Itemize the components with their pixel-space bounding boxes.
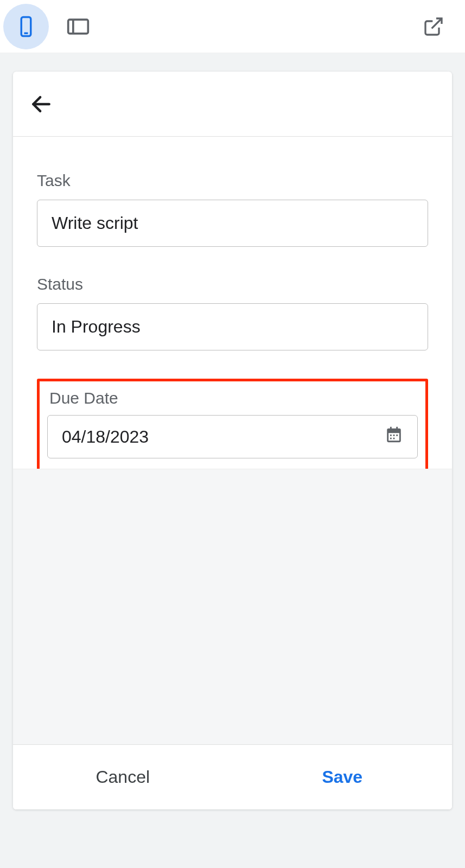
field-task: Task <box>37 171 428 247</box>
back-button[interactable] <box>28 91 54 117</box>
mobile-view-button[interactable] <box>3 4 49 49</box>
preview-toolbar <box>0 0 465 53</box>
button-bar: Cancel Save <box>13 744 452 809</box>
device-frame: Task Status Due Date <box>13 72 452 809</box>
status-input[interactable] <box>52 317 413 337</box>
form-body: Task Status Due Date <box>13 137 452 469</box>
tablet-icon <box>66 15 90 39</box>
due-date-label: Due Date <box>49 389 418 407</box>
field-status: Status <box>37 275 428 350</box>
due-date-input[interactable] <box>62 427 378 447</box>
form-filler <box>13 469 452 745</box>
cancel-button[interactable]: Cancel <box>13 745 233 809</box>
task-label: Task <box>37 171 428 190</box>
due-date-highlight: Due Date <box>37 379 428 469</box>
task-input-wrapper[interactable] <box>37 200 428 247</box>
open-in-new-button[interactable] <box>418 11 449 42</box>
form-container: Task Status Due Date <box>13 137 452 809</box>
status-input-wrapper[interactable] <box>37 303 428 350</box>
tablet-view-button[interactable] <box>55 4 101 49</box>
svg-rect-2 <box>68 20 88 34</box>
task-input[interactable] <box>52 213 413 233</box>
calendar-icon[interactable] <box>385 425 403 448</box>
arrow-back-icon <box>29 92 53 116</box>
open-in-new-icon <box>423 16 444 37</box>
due-date-input-wrapper[interactable] <box>47 415 418 458</box>
phone-icon <box>15 15 37 38</box>
preview-area: Task Status Due Date <box>0 53 465 868</box>
save-button[interactable]: Save <box>233 745 453 809</box>
status-label: Status <box>37 275 428 293</box>
app-bar <box>13 72 452 137</box>
svg-line-4 <box>432 18 442 28</box>
